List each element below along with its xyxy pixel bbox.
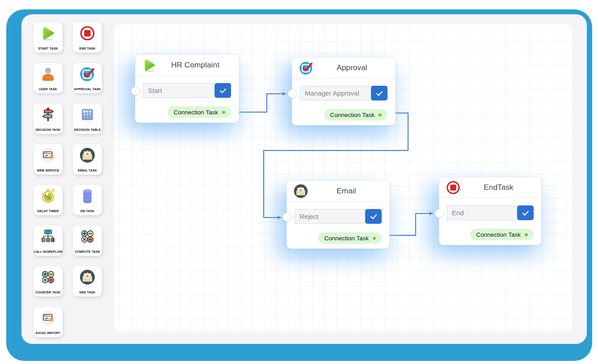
workflow-designer-page: START TASK END TASK USER TASK APPROVAL T… bbox=[0, 0, 598, 364]
palette-item-excel-report[interactable]: EXCEL REPORT bbox=[34, 307, 63, 337]
connection-task-badge[interactable]: Connection Task bbox=[324, 109, 387, 121]
confirm-button[interactable] bbox=[365, 209, 382, 224]
palette-item-counter-task[interactable]: COUNTER TASK bbox=[34, 266, 63, 297]
db-task-icon bbox=[79, 187, 96, 204]
badge-label: Connection Task bbox=[330, 112, 375, 118]
counter-task-icon bbox=[40, 268, 57, 285]
input-port[interactable] bbox=[288, 89, 297, 98]
palette-item-label: SMS TASK bbox=[79, 291, 95, 294]
workflow-node-hr-complaint[interactable]: HR Complaint Connection Task bbox=[135, 54, 239, 123]
check-icon bbox=[521, 209, 530, 218]
palette-item-db-task[interactable]: DB TASK bbox=[73, 185, 102, 215]
sms-task-icon bbox=[79, 268, 96, 285]
email-task-icon bbox=[293, 183, 309, 199]
status-dot bbox=[379, 113, 382, 117]
badge-label: Connection Task bbox=[476, 231, 521, 238]
check-icon bbox=[375, 89, 384, 98]
node-title: Approval bbox=[314, 63, 390, 72]
status-dot bbox=[222, 111, 225, 114]
node-title: HR Complaint bbox=[157, 61, 233, 70]
node-title: Email bbox=[309, 187, 384, 196]
end-task-icon bbox=[445, 180, 461, 196]
workflow-node-email[interactable]: Email Connection Task bbox=[286, 180, 390, 249]
check-icon bbox=[369, 212, 378, 221]
palette-item-label: DECISION TASK bbox=[36, 128, 61, 131]
palette-item-call-workflow[interactable]: CALL WORKFLOW bbox=[34, 226, 63, 256]
palette-item-sms-task[interactable]: SMS TASK bbox=[73, 266, 102, 297]
palette-item-compute-task[interactable]: COMPUTE TASK bbox=[73, 226, 102, 256]
status-dot bbox=[525, 233, 528, 236]
connection-task-badge[interactable]: Connection Task bbox=[168, 106, 231, 118]
status-dot bbox=[373, 237, 376, 240]
palette-item-label: DELAY TIMER bbox=[38, 209, 59, 213]
palette-item-label: DECISION TABLE bbox=[74, 128, 101, 131]
task-name-input[interactable] bbox=[300, 86, 371, 100]
end-task-icon bbox=[79, 25, 96, 42]
palette-item-label: APPROVAL TASK bbox=[74, 88, 101, 91]
palette-item-email-task[interactable]: EMAIL TASK bbox=[73, 144, 102, 175]
compute-task-icon bbox=[79, 228, 96, 245]
task-name-input[interactable] bbox=[295, 209, 365, 224]
palette-item-label: CALL WORKFLOW bbox=[34, 250, 63, 253]
palette-item-label: EMAIL TASK bbox=[78, 169, 97, 172]
delay-timer-icon bbox=[40, 187, 57, 204]
email-task-icon bbox=[79, 146, 96, 163]
task-name-input[interactable] bbox=[447, 205, 517, 220]
confirm-button[interactable] bbox=[215, 83, 231, 98]
workflow-node-endtask[interactable]: EndTask Connection Task bbox=[439, 177, 542, 245]
start-task-icon bbox=[141, 57, 157, 73]
palette-item-web-service[interactable]: WEB SERVICE bbox=[34, 144, 63, 175]
approval-task-icon bbox=[298, 60, 314, 76]
connection-task-badge[interactable]: Connection Task bbox=[318, 232, 382, 244]
palette-item-user-task[interactable]: USER TASK bbox=[34, 63, 63, 93]
palette-item-label: EXCEL REPORT bbox=[36, 331, 61, 335]
input-port[interactable] bbox=[435, 209, 444, 218]
confirm-button[interactable] bbox=[371, 86, 387, 100]
palette-item-label: COMPUTE TASK bbox=[75, 250, 100, 253]
palette-item-decision-table[interactable]: DECISION TABLE bbox=[73, 104, 102, 134]
web-service-icon bbox=[40, 146, 57, 163]
workflow-node-approval[interactable]: Approval Connection Task bbox=[292, 57, 396, 126]
call-workflow-icon bbox=[40, 228, 57, 245]
palette-item-label: WEB SERVICE bbox=[37, 169, 59, 172]
palette-item-delay-timer[interactable]: DELAY TIMER bbox=[34, 185, 63, 215]
palette-item-label: START TASK bbox=[38, 47, 58, 50]
approval-task-icon bbox=[79, 65, 96, 82]
palette-item-approval-task[interactable]: APPROVAL TASK bbox=[73, 63, 102, 93]
input-port[interactable] bbox=[282, 213, 291, 222]
task-name-input[interactable] bbox=[143, 83, 215, 98]
input-port[interactable] bbox=[131, 87, 140, 96]
palette-item-end-task[interactable]: END TASK bbox=[73, 22, 102, 53]
node-title: EndTask bbox=[461, 183, 536, 192]
decision-table-icon bbox=[79, 106, 96, 123]
connection-task-badge[interactable]: Connection Task bbox=[470, 229, 534, 240]
decision-task-icon bbox=[40, 106, 57, 123]
start-task-icon bbox=[40, 25, 57, 42]
palette-item-start-task[interactable]: START TASK bbox=[34, 22, 63, 53]
palette-item-decision-task[interactable]: DECISION TASK bbox=[34, 104, 63, 134]
palette-item-label: DB TASK bbox=[80, 209, 94, 213]
task-palette: START TASK END TASK USER TASK APPROVAL T… bbox=[34, 22, 102, 337]
confirm-button[interactable] bbox=[517, 205, 534, 220]
check-icon bbox=[219, 86, 227, 95]
palette-item-label: COUNTER TASK bbox=[35, 291, 60, 294]
badge-label: Connection Task bbox=[324, 235, 369, 242]
user-task-icon bbox=[40, 65, 57, 82]
excel-report-icon bbox=[40, 309, 57, 326]
badge-label: Connection Task bbox=[173, 109, 218, 116]
palette-item-label: END TASK bbox=[79, 47, 95, 50]
palette-item-label: USER TASK bbox=[39, 88, 57, 91]
